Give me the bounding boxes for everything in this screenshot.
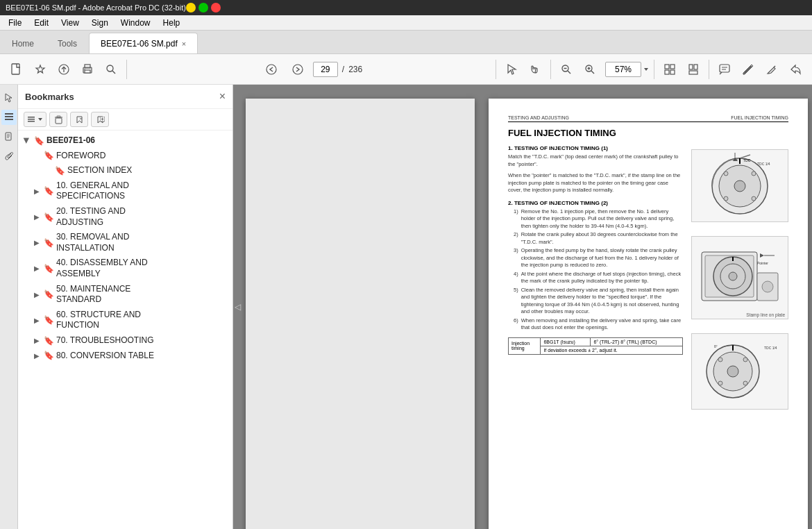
bookmark-ch50-icon: 🔖 <box>44 289 54 299</box>
right-text-column: 1. TESTING OF INJECTION TIMING (1) Match… <box>508 145 683 414</box>
menu-file[interactable]: File <box>3 17 27 29</box>
zoom-out-button[interactable] <box>555 58 577 81</box>
page-down-button[interactable] <box>287 58 309 81</box>
new-document-button[interactable] <box>6 58 28 81</box>
bookmark-item-ch70[interactable]: ▶ 🔖 70. TROUBLESHOOTING <box>18 333 232 349</box>
bookmark-section-index-icon: 🔖 <box>55 166 65 176</box>
svg-point-65 <box>752 171 756 176</box>
bookmark-item-ch80[interactable]: ▶ 🔖 80. CONVERSION TABLE <box>18 349 232 364</box>
page-number-input[interactable] <box>313 62 338 77</box>
sub-text-1: Remove the No. 1 injection pipe, then re… <box>521 208 683 230</box>
bookmark-ch50-label: 50. MAINTENANCESTANDARD <box>56 284 130 305</box>
svg-line-35 <box>774 66 775 67</box>
bookmark-item-ch20[interactable]: ▶ 🔖 20. TESTING ANDADJUSTING <box>18 204 232 230</box>
bookmark-add-button[interactable] <box>70 112 88 127</box>
search-button[interactable] <box>100 58 122 81</box>
pdf-left-page <box>246 99 475 529</box>
bookmark-root-label: BEE07E1-06 <box>46 135 95 146</box>
tab-home[interactable]: Home <box>0 33 46 53</box>
hand-tool-button[interactable] <box>524 58 546 81</box>
chevron-ch40-icon: ▶ <box>32 264 42 274</box>
svg-rect-37 <box>5 113 13 115</box>
chevron-ch20-icon: ▶ <box>32 212 42 222</box>
item-2: 2. TESTING OF INJECTION TIMING (2) 1) Re… <box>508 200 683 355</box>
bookmark-expand-button[interactable] <box>91 112 109 127</box>
resize-handle[interactable]: ◁ <box>233 85 242 529</box>
bookmark-item-ch50[interactable]: ▶ 🔖 50. MAINTENANCESTANDARD <box>18 282 232 308</box>
bookmark-options-dropdown[interactable] <box>24 112 46 127</box>
bookmark-item-ch30[interactable]: ▶ 🔖 30. REMOVAL ANDINSTALLATION <box>18 230 232 255</box>
svg-point-73 <box>729 272 737 280</box>
menu-help[interactable]: Help <box>158 17 186 29</box>
tab-home-label: Home <box>12 39 34 49</box>
sidebar-close-button[interactable]: × <box>219 90 226 103</box>
svg-text:TDC 1/4: TDC 1/4 <box>757 162 770 166</box>
svg-rect-26 <box>694 65 697 69</box>
bookmark-item-section-index[interactable]: ▶ 🔖 SECTION INDEX <box>18 163 232 178</box>
sub-item-3: 3) Operating the feed pump by the hand, … <box>508 247 683 269</box>
separator-2 <box>496 60 496 79</box>
svg-line-9 <box>112 71 115 74</box>
pdf-viewer[interactable]: TESTING AND ADJUSTING FUEL INJECTION TIM… <box>242 85 812 529</box>
bookmark-ch70-label: 70. TROUBLESHOOTING <box>56 335 153 346</box>
page-up-button[interactable] <box>260 58 282 81</box>
svg-line-15 <box>568 71 570 74</box>
section-title: FUEL INJECTION TIMING <box>508 128 788 138</box>
menu-sign[interactable]: Sign <box>86 17 114 29</box>
bookmark-star-button[interactable] <box>29 58 51 81</box>
svg-point-10 <box>267 65 276 74</box>
svg-point-66 <box>724 196 728 201</box>
left-icon-attachments[interactable] <box>1 149 17 164</box>
sub-num-2: 2) <box>514 231 518 246</box>
chevron-ch30-icon: ▶ <box>32 238 42 248</box>
left-icon-cursor[interactable] <box>1 90 17 106</box>
bookmark-root[interactable]: ▶ 🔖 BEE07E1-06 <box>18 133 232 149</box>
minimize-button[interactable] <box>186 3 196 12</box>
bookmark-item-ch10[interactable]: ▶ 🔖 10. GENERAL ANDSPECIFICATIONS <box>18 178 232 204</box>
page-layout-button[interactable] <box>682 58 704 81</box>
sub-text-2: Rotate the crank pulley about 30 degrees… <box>521 231 683 246</box>
svg-text:TDC: TDC <box>743 158 751 162</box>
svg-rect-45 <box>28 119 35 120</box>
bookmark-foreword-label: FOREWORD <box>56 151 105 162</box>
bookmark-ch80-label: 80. CONVERSION TABLE <box>56 351 154 362</box>
menu-window[interactable]: Window <box>115 17 156 29</box>
maximize-button[interactable] <box>198 3 208 12</box>
bookmark-item-foreword[interactable]: ▶ 🔖 FOREWORD <box>18 149 232 164</box>
cursor-tool-button[interactable] <box>500 58 523 81</box>
main-area: Bookmarks × ▶ 🔖 BEE07E1-06 <box>0 85 812 529</box>
print-button[interactable] <box>76 58 99 81</box>
toolbar: / 236 <box>0 54 812 85</box>
tab-pdf[interactable]: BEE07E1-06 SM.pdf × <box>89 33 198 53</box>
bookmark-item-ch40[interactable]: ▶ 🔖 40. DISASSEMBLY ANDASSEMBLY <box>18 255 232 281</box>
zoom-control[interactable] <box>605 62 650 77</box>
draw-button[interactable] <box>761 58 783 81</box>
svg-rect-0 <box>12 64 19 74</box>
close-button[interactable] <box>211 3 221 12</box>
bookmark-item-ch60[interactable]: ▶ 🔖 60. STRUCTURE ANDFUNCTION <box>18 308 232 333</box>
left-icon-bookmarks[interactable] <box>1 110 17 125</box>
highlight-button[interactable] <box>737 58 759 81</box>
separator-3 <box>550 60 551 79</box>
svg-point-67 <box>752 196 756 201</box>
comment-button[interactable] <box>713 58 736 81</box>
tab-tools[interactable]: Tools <box>46 33 89 53</box>
chevron-ch70-icon: ▶ <box>32 336 42 346</box>
tab-close-icon[interactable]: × <box>182 40 186 48</box>
svg-point-87 <box>718 358 722 362</box>
left-icon-pages[interactable] <box>1 129 17 144</box>
menu-view[interactable]: View <box>56 17 85 29</box>
zoom-in-button[interactable] <box>579 58 601 81</box>
menu-edit[interactable]: Edit <box>28 17 54 29</box>
zoom-input[interactable] <box>605 62 641 77</box>
share-button[interactable] <box>784 58 806 81</box>
sidebar: Bookmarks × ▶ 🔖 BEE07E1-06 <box>18 85 233 529</box>
page-total: 236 <box>348 65 362 74</box>
item-1-extra: When the "pointer" is matched to the "T.… <box>508 172 683 194</box>
svg-point-90 <box>743 381 747 385</box>
svg-rect-44 <box>28 117 35 118</box>
upload-button[interactable] <box>53 58 75 81</box>
view-mode-button[interactable] <box>659 58 681 81</box>
bookmark-delete-button[interactable] <box>49 112 67 127</box>
svg-text:8°: 8° <box>714 344 718 349</box>
